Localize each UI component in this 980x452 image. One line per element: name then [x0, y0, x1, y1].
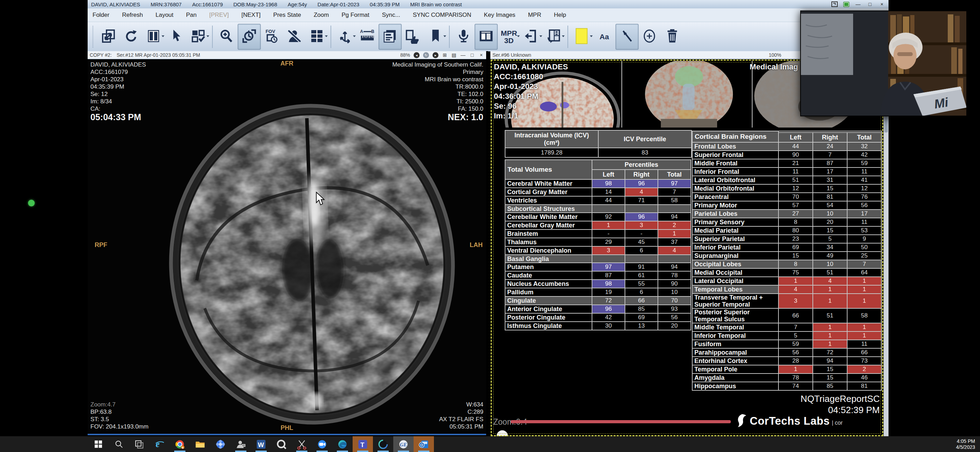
next-series-button[interactable]: ▸	[433, 52, 439, 58]
taskbar-edge-icon[interactable]	[332, 436, 353, 452]
ellipse-roi-button[interactable]	[639, 24, 661, 49]
taskbar-teams-icon[interactable]: T	[353, 436, 373, 452]
taskbar-quicktime-icon[interactable]	[271, 436, 292, 452]
minimize-button[interactable]: —	[855, 2, 861, 7]
taskbar-snip-icon[interactable]	[292, 436, 312, 452]
percentile-value: 1	[847, 294, 881, 308]
mpr-3d-label: MPR3D	[501, 29, 517, 44]
fullscreen-icon[interactable]	[831, 2, 838, 7]
approve-button[interactable]	[402, 24, 424, 49]
taskbar-task-view-icon[interactable]	[129, 436, 149, 452]
crosshair-localizer-button[interactable]	[334, 24, 356, 49]
taskbar-search-icon[interactable]	[109, 436, 129, 452]
percentile-value: 51	[778, 176, 813, 184]
dropdown-caret-icon[interactable]	[353, 35, 356, 37]
taskbar-remote-app-icon[interactable]	[231, 436, 251, 452]
menu-item-key-images[interactable]: Key Images	[484, 11, 515, 19]
table-row: Parietal Lobes271017	[692, 210, 881, 218]
panel-maximize-button[interactable]: □	[469, 52, 475, 58]
percentile-value: 92	[592, 213, 625, 221]
select-cursor-button[interactable]	[165, 24, 187, 49]
menu-item-pg-format[interactable]: Pg Format	[341, 11, 369, 19]
annotate-text-button[interactable]: Aa	[593, 24, 616, 49]
sync-button[interactable]: ↻	[423, 52, 429, 58]
dropdown-caret-icon[interactable]	[562, 35, 565, 37]
taskbar-word-icon[interactable]: W	[251, 436, 271, 452]
region-label: Medial Occipital	[692, 268, 778, 277]
dropdown-caret-icon[interactable]	[325, 35, 328, 37]
stack-scroll-button[interactable]	[379, 24, 402, 50]
webcam-overlay[interactable]: Mi	[800, 11, 967, 116]
rotate-button[interactable]	[120, 24, 142, 49]
overlay-line: Se: 12	[91, 91, 146, 98]
pan-zoom-reset-button[interactable]	[97, 24, 120, 49]
dropdown-caret-icon[interactable]	[590, 35, 593, 37]
panel-minimize-button[interactable]: —	[460, 52, 466, 58]
maximize-button[interactable]: □	[867, 2, 873, 7]
menu-item-refresh[interactable]: Refresh	[122, 11, 143, 19]
toolbar-grip[interactable]	[92, 26, 95, 48]
percentile-value: 13	[625, 321, 658, 330]
percentile-value: 72	[592, 296, 625, 305]
delete-button[interactable]	[661, 24, 684, 49]
page-icon[interactable]: ▤	[451, 52, 457, 58]
taskbar-photos-icon[interactable]	[210, 436, 231, 452]
percentile-value: 7	[778, 323, 813, 331]
dictate-mic-button[interactable]	[452, 24, 474, 49]
menu-item-pan[interactable]: Pan	[186, 11, 197, 19]
menu-item-mpr[interactable]: MPR	[528, 11, 541, 19]
prev-series-button[interactable]: ◂	[414, 52, 420, 58]
measure-ruler-button[interactable]: AB	[356, 24, 379, 49]
menu-item-folder[interactable]: Folder	[92, 11, 109, 19]
page-rotate-button[interactable]	[542, 24, 565, 49]
mri-axial-image[interactable]: DAVID, ALKIVIADESACC:1661079Apr-01-20230…	[88, 59, 486, 435]
menu-item-sync[interactable]: Sync...	[382, 11, 400, 19]
pointer-tool-button[interactable]	[616, 24, 639, 50]
taskbar-chrome-icon[interactable]: B	[170, 436, 190, 452]
scroll-handle[interactable]	[497, 430, 508, 436]
layout-grid-button[interactable]	[142, 24, 165, 49]
menu-item-zoom[interactable]: Zoom	[314, 11, 329, 19]
bookmark-button[interactable]	[424, 24, 447, 49]
panel-close-button[interactable]: ×	[479, 52, 484, 58]
menu-item-next[interactable]: [NEXT]	[242, 11, 261, 19]
dropdown-caret-icon[interactable]	[162, 35, 164, 37]
taskbar-start-icon[interactable]	[88, 436, 109, 452]
taskbar-ge-app-icon[interactable]: GE	[393, 436, 414, 452]
percentile-value: 66	[847, 348, 881, 357]
menu-item-pres-state[interactable]: Pres State	[274, 11, 301, 19]
zoom-magnifier-button[interactable]	[215, 24, 238, 49]
mpr-3d-button[interactable]: MPR3D	[498, 24, 520, 49]
series-layout-button[interactable]	[187, 24, 210, 49]
export-button[interactable]	[520, 24, 542, 49]
menu-item-help[interactable]: Help	[554, 11, 566, 19]
taskbar-internet-explorer-icon[interactable]: e	[149, 436, 170, 452]
percentile-value: 7	[658, 188, 691, 196]
thumbnail-coronal-segmented[interactable]	[622, 61, 752, 127]
tile-layout-icon[interactable]: ⊞	[442, 52, 448, 58]
hide-patient-info-button[interactable]	[283, 24, 305, 49]
dropdown-caret-icon[interactable]	[517, 35, 520, 37]
green-status-dot	[28, 200, 35, 206]
cine-clock-button[interactable]	[238, 24, 261, 50]
taskbar-outlook-icon[interactable]: O	[414, 436, 434, 452]
dropdown-caret-icon[interactable]	[539, 35, 542, 37]
table-row: Temporal Lobes411	[692, 285, 881, 294]
dropdown-caret-icon[interactable]	[207, 35, 209, 37]
dropdown-caret-icon[interactable]	[443, 35, 446, 37]
column-header-right: Right	[625, 170, 658, 180]
close-button[interactable]: ×	[879, 2, 885, 7]
taskbar-webex-icon[interactable]	[373, 436, 393, 452]
taskbar-zoom-icon[interactable]	[312, 436, 332, 452]
highlight-color-button[interactable]	[571, 24, 593, 49]
column-header-total: Total	[847, 132, 881, 142]
fov-button[interactable]: FOV	[261, 24, 283, 49]
window-level-button[interactable]	[474, 24, 498, 50]
taskbar-file-explorer-icon[interactable]	[190, 436, 210, 452]
menu-item-prev[interactable]: [PREV]	[209, 11, 229, 19]
region-label: Occipital Lobes	[692, 260, 778, 268]
compare-panels-button[interactable]	[305, 24, 328, 49]
taskbar-clock[interactable]: 4:05 PM 4/5/2023	[956, 436, 975, 452]
menu-item-sync-comparison[interactable]: SYNC COMPARISON	[413, 11, 471, 19]
menu-item-layout[interactable]: Layout	[156, 11, 173, 19]
